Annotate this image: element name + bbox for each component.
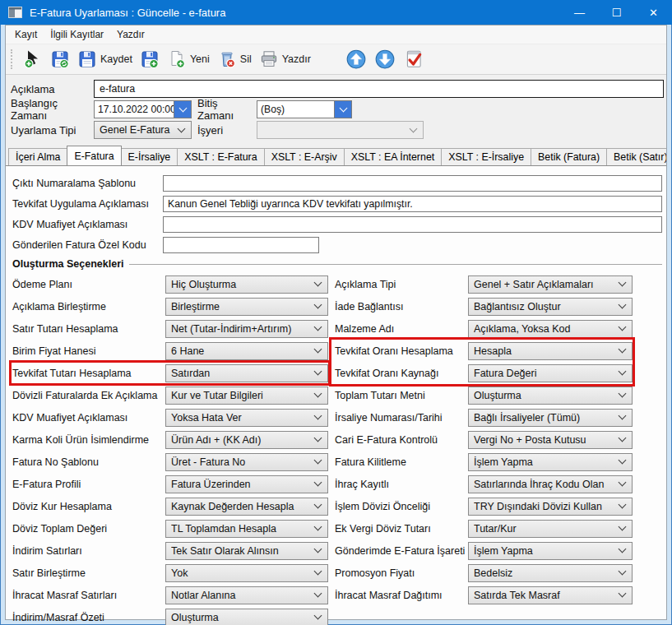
chevron-down-icon [314,323,322,331]
chevron-down-icon [619,345,627,354]
option-dropdown[interactable]: İşlem Yapma [468,542,633,560]
end-time-dropdown-button[interactable] [334,101,351,118]
apply-button[interactable] [401,47,427,72]
option-dropdown[interactable]: TRY Dışındaki Dövizi Kullan [468,498,633,516]
option-dropdown[interactable]: İşlem Yapma [468,453,633,471]
tab[interactable]: Betik (Satır) [606,148,666,165]
description-input[interactable]: e-fatura [94,80,664,98]
start-time-dropdown-button[interactable] [174,101,191,118]
option-dropdown[interactable]: Tutar/Kur [468,520,633,538]
print-button[interactable]: Yazdır [257,47,313,72]
tab[interactable]: XSLT : EA İnternet [344,148,442,165]
option-row: Açıklama Tipi Genel + Satır Açıklamaları [335,273,633,295]
option-dropdown[interactable]: Notlar Alanına [165,586,328,604]
text-input[interactable] [163,175,662,192]
move-up-button[interactable] [343,47,369,72]
chevron-down-icon [314,523,322,531]
option-row: Satır Tutarı Hesaplama Net (Tutar-İndiri… [12,317,328,340]
option-dropdown[interactable]: Fatura Üzerinden [165,475,328,493]
description-row: Açıklama e-fatura [11,81,664,97]
option-label: Tevkifat Tutarı Hesaplama [12,368,165,379]
option-label: Promosyon Fiyatı [335,567,468,579]
option-row: İhraç Kayıtlı Satırlarında İhraç Kodu Ol… [335,473,633,495]
option-row: Gönderimde E-Fatura İşareti İşlem Yapma [335,539,633,562]
end-time-field[interactable]: (Boş) [257,100,352,118]
option-dropdown[interactable]: Fatura Değeri [468,364,633,382]
maximize-button[interactable]: ☐ [598,0,635,25]
chevron-down-icon [314,368,322,376]
option-dropdown[interactable]: Oluşturma [468,387,633,405]
option-dropdown[interactable]: Birleştirme [165,298,328,316]
option-dropdown[interactable]: 6 Hane [165,342,328,360]
option-dropdown[interactable]: Oluşturma [165,609,328,625]
option-row: Ek Vergi Döviz Tutarı Tutar/Kur [335,517,633,539]
save-add-icon [140,49,160,69]
tab[interactable]: İçeri Alma [8,148,67,165]
option-dropdown[interactable]: Yok [165,564,328,582]
option-dropdown[interactable]: Satırdan [165,364,328,382]
chevron-down-icon [619,301,627,309]
chevron-down-icon [619,456,627,465]
menu-item[interactable]: Kayıt [8,26,44,43]
save-add-button[interactable] [137,47,162,72]
chevron-down-icon [314,545,322,553]
left-column: Ödeme Planı Hiç Oluşturma Açıklama Birle… [12,273,328,625]
delete-button-label: Sil [240,53,252,65]
move-down-button[interactable] [372,47,398,72]
start-time-field[interactable]: 17.10.2022 00:00 [94,100,192,118]
option-row: Fatura No Şablonu Üret - Fatura No [12,451,328,473]
option-dropdown[interactable]: Hesapla [468,342,633,360]
field-label: KDV Muafiyet Açıklaması [12,219,163,230]
close-button[interactable]: ✕ [635,0,672,25]
tab[interactable]: XSLT : E-İrsaliye [441,148,531,165]
workplace-dropdown[interactable] [257,121,424,139]
text-input[interactable]: Kanun Genel Tebliği uyarınca KDV tevkifa… [163,196,662,212]
tab-panel-e-fatura: Çıktı Numaralama Şablonu Tevkifat Uygula… [6,165,666,619]
option-dropdown[interactable]: Bedelsiz [468,564,633,582]
new-document-button[interactable]: Yeni [165,47,212,72]
option-dropdown[interactable]: TL Toplamdan Hesapla [165,520,328,538]
tab[interactable]: E-Fatura [67,146,121,165]
save-button[interactable]: Kaydet [75,47,135,72]
option-row: Fatura Kilitleme İşlem Yapma [335,451,633,473]
option-dropdown[interactable]: Kur ve Tutar Bilgileri [165,387,328,405]
save-refresh-icon [50,49,70,69]
delete-button[interactable]: Sil [215,47,254,72]
window-frame: Kayıtİlgili KayıtlarYazdır [0,25,672,625]
new-record-button[interactable] [21,47,45,72]
option-dropdown[interactable]: Kaynak Değerden Hesapla [165,498,328,516]
tab[interactable]: XSLT : E-Fatura [177,148,264,165]
option-dropdown[interactable]: Hiç Oluşturma [165,275,328,294]
option-dropdown[interactable]: Vergi No + Posta Kutusu [468,431,633,449]
option-label: İndirim/Masraf Özeti [12,612,165,623]
option-dropdown[interactable]: Ürün Adı + (KK Adı) [165,431,328,449]
option-dropdown[interactable]: Tek Satır Olarak Alınsın [165,542,328,560]
option-dropdown[interactable]: Bağlı İrsaliyeler (Tümü) [468,409,633,427]
option-dropdown[interactable]: Yoksa Hata Ver [165,409,328,427]
minimize-button[interactable]: — [561,0,598,25]
tab[interactable]: Betik (Fatura) [531,148,607,165]
option-dropdown[interactable]: Açıklama, Yoksa Kod [468,320,633,338]
group-header: Oluşturma Seçenekleri [12,257,662,271]
option-dropdown[interactable]: Satırlarında İhraç Kodu Olan [468,475,633,493]
move-down-icon [374,49,396,70]
toolbar-grip[interactable] [11,49,14,69]
text-input[interactable] [163,237,319,253]
option-dropdown[interactable]: Üret - Fatura No [165,453,328,471]
option-dropdown[interactable]: Genel + Satır Açıklamaları [468,275,633,294]
option-row: İndirim/Masraf Özeti Oluşturma [12,606,328,625]
option-label: Birim Fiyat Hanesi [12,345,165,357]
menu-item[interactable]: İlgili Kayıtlar [44,26,110,43]
chevron-down-icon [619,390,627,398]
menu-item[interactable]: Yazdır [110,26,151,43]
option-label: KDV Muafiyet Açıklaması [12,412,165,424]
tab[interactable]: E-İrsaliye [121,148,178,165]
adaptation-type-dropdown[interactable]: Genel E-Fatura [94,121,192,139]
option-dropdown[interactable]: Net (Tutar-İndirim+Artırım) [165,320,328,338]
option-dropdown[interactable]: Satırda Tek Masraf [468,586,633,604]
tab[interactable]: XSLT : E-Arşiv [264,148,345,165]
text-input[interactable] [163,216,662,233]
save-refresh-button[interactable] [48,47,72,72]
field-label: Tevkifat Uygulama Açıklaması [12,198,163,210]
option-dropdown[interactable]: Bağlantısız Oluştur [468,298,633,316]
